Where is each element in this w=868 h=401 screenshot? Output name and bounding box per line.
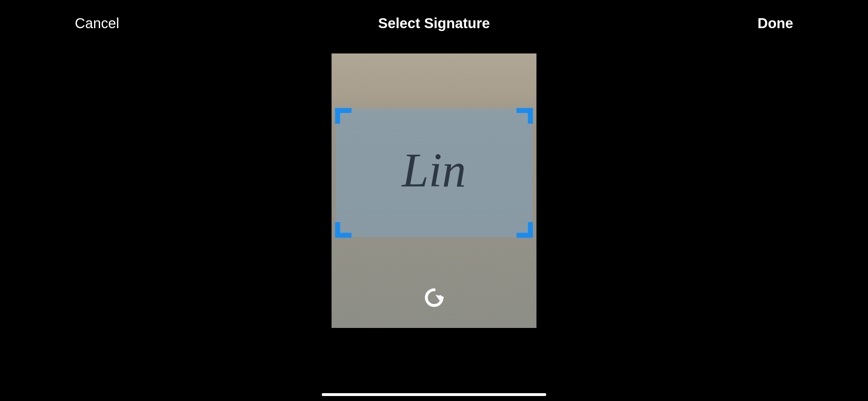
crop-handle-top-left[interactable] [335,108,352,124]
home-indicator[interactable] [322,393,546,396]
signature-content: Lin [402,146,466,194]
header-bar: Cancel Select Signature Done [0,0,868,46]
rotate-button[interactable] [422,285,446,310]
crop-handle-top-right[interactable] [517,108,533,124]
signature-preview: Lin [332,53,537,328]
crop-handle-bottom-left[interactable] [335,222,352,238]
cancel-button[interactable]: Cancel [75,15,119,31]
crop-handle-bottom-right[interactable] [517,222,533,238]
crop-selection[interactable]: Lin [336,109,532,237]
page-title: Select Signature [378,15,490,31]
rotate-clockwise-icon [423,287,445,308]
done-button[interactable]: Done [758,15,793,31]
